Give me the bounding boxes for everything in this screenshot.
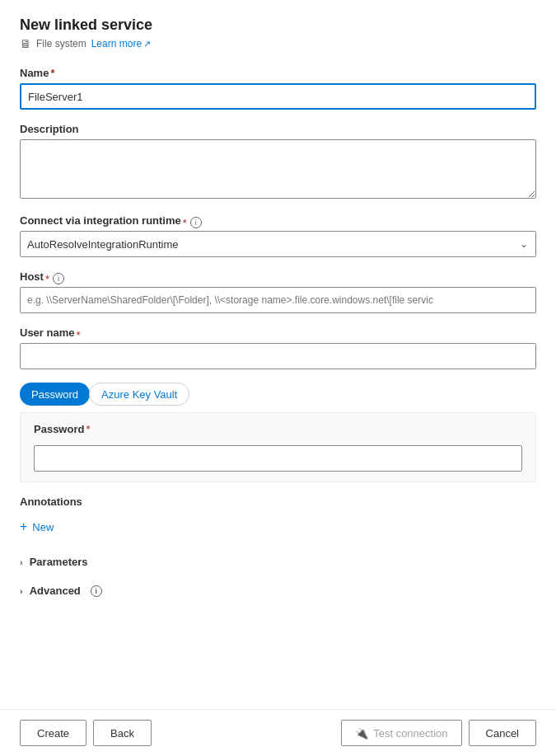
advanced-info-icon[interactable]: i [91,585,102,597]
annotations-label: Annotations [20,495,536,508]
integration-runtime-select[interactable]: AutoResolveIntegrationRuntime [20,231,536,257]
subtitle-text: File system [36,38,86,49]
parameters-chevron-icon: › [20,557,23,567]
azure-key-vault-tab-button[interactable]: Azure Key Vault [89,383,189,406]
external-link-icon: ↗ [143,39,151,49]
host-info-icon[interactable]: i [53,273,64,284]
learn-more-link[interactable]: Learn more ↗ [91,38,151,49]
password-input[interactable] [34,445,522,472]
integration-runtime-label: Connect via integration runtime [20,214,181,227]
description-textarea[interactable] [20,139,536,199]
parameters-label: Parameters [30,556,88,568]
parameters-section-header[interactable]: › Parameters [20,551,536,573]
advanced-label: Advanced [30,585,81,597]
file-system-icon: 🖥 [20,37,31,50]
password-tab-button[interactable]: Password [20,383,90,406]
name-label: Name* [20,67,536,79]
username-input[interactable] [20,343,536,369]
name-input[interactable] [20,83,536,110]
back-button[interactable]: Back [93,720,152,746]
advanced-chevron-icon: › [20,586,23,596]
test-connection-button[interactable]: 🔌 Test connection [341,720,461,746]
cancel-button[interactable]: Cancel [469,720,536,746]
host-input[interactable] [20,287,536,313]
advanced-section-header[interactable]: › Advanced i [20,580,536,602]
page-title: New linked service [20,16,536,34]
password-label: Password [34,423,84,435]
create-button[interactable]: Create [20,720,86,746]
integration-runtime-info-icon[interactable]: i [190,217,202,228]
plus-icon: + [20,519,27,534]
description-label: Description [20,123,536,135]
host-label: Host [20,270,44,283]
username-label: User name [20,326,74,339]
plug-icon: 🔌 [355,727,368,740]
new-annotation-button[interactable]: + New [20,516,54,538]
